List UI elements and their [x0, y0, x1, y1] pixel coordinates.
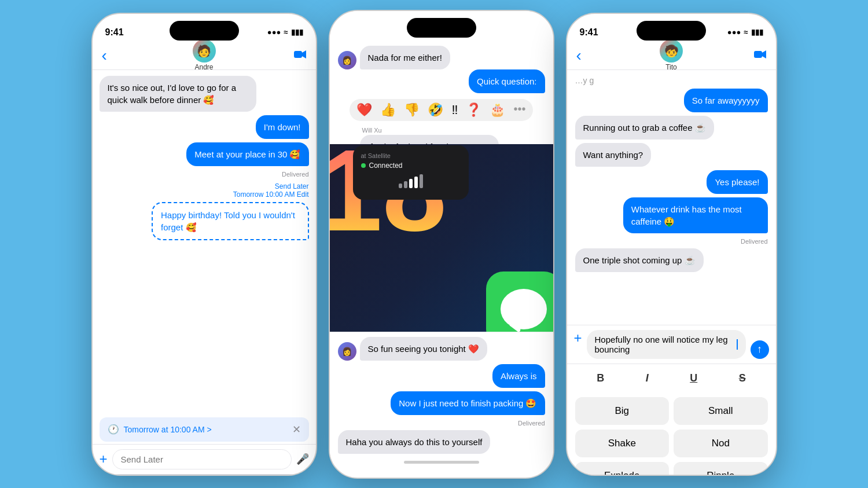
satellite-status: Connected: [361, 162, 461, 170]
right-phone: 9:41 ●●● ≈ ▮▮▮ ‹ 🧒 Tito …y g So far away…: [566, 13, 777, 476]
right-bubble-1: So far awayyyyyy: [684, 89, 768, 112]
reaction-bar-container: ❤️ 👍 👎 🤣 ‼️ ❓ 🎂 •••: [338, 97, 545, 123]
mic-icon-left[interactable]: 🎤: [296, 453, 309, 465]
right-bubble-3: Want anything?: [575, 143, 652, 167]
nav-center-left: 🧑 Andre: [193, 39, 216, 71]
bold-button[interactable]: B: [592, 370, 609, 387]
mid-bottom-bubble-4: Haha you always do this to yourself: [338, 430, 491, 454]
svg-rect-0: [294, 51, 302, 58]
signal-bar-5: [420, 174, 423, 188]
message-input-left[interactable]: [112, 449, 292, 469]
back-button-right[interactable]: ‹: [576, 46, 582, 65]
mid-avatar-1: 👩: [338, 51, 356, 69]
strikethrough-button[interactable]: S: [734, 370, 751, 387]
mid-sender-name: Will Xu: [362, 127, 545, 134]
video-button-right[interactable]: [754, 49, 767, 62]
svg-rect-2: [754, 51, 762, 58]
signal-icon-right: ●●●: [727, 28, 741, 36]
effect-explode[interactable]: Explode: [575, 462, 670, 476]
back-button-left[interactable]: ‹: [102, 46, 107, 65]
schedule-bar-info[interactable]: 🕐 Tomorrow at 10:00 AM >: [108, 424, 212, 435]
right-msg-5: Whatever drink has the most caffeine 🤑: [575, 197, 768, 233]
effect-grid: Big Small Shake Nod Explode Ripple Bloom…: [567, 392, 776, 476]
svg-marker-3: [762, 50, 766, 58]
contact-name-left: Andre: [194, 63, 213, 71]
send-button-right[interactable]: ↑: [751, 340, 769, 359]
reaction-laugh[interactable]: 🤣: [428, 102, 443, 118]
satellite-widget: at Satellite Connected: [353, 145, 469, 200]
messages-area-left: It's so nice out, I'd love to go for a q…: [93, 70, 316, 415]
satellite-connected-dot: [361, 163, 366, 168]
reaction-thumbsdown[interactable]: 👎: [404, 102, 420, 118]
schedule-time: Tomorrow at 10:00 AM >: [124, 425, 212, 434]
add-button-right[interactable]: +: [574, 330, 582, 346]
effect-nod[interactable]: Nod: [674, 430, 768, 457]
avatar-right[interactable]: 🧒: [660, 39, 683, 63]
delivered-label-right: Delivered: [575, 238, 768, 245]
reaction-thumbsup[interactable]: 👍: [380, 102, 396, 118]
mid-bottom-bubble-2: Always is: [492, 364, 545, 388]
msg-received-1: It's so nice out, I'd love to go for a q…: [100, 76, 257, 112]
mid-bubble-1: Nada for me either!: [360, 46, 450, 69]
nav-center-right: 🧒 Tito: [660, 39, 683, 71]
text-format-bar: B I U S: [567, 364, 776, 392]
reaction-question[interactable]: ❓: [466, 102, 481, 118]
signal-bar-2: [404, 181, 407, 188]
close-schedule-button[interactable]: ✕: [292, 423, 301, 436]
effect-big[interactable]: Big: [575, 397, 670, 425]
effect-shake[interactable]: Shake: [575, 430, 670, 457]
effect-ripple[interactable]: Ripple: [674, 462, 768, 476]
reaction-heart[interactable]: ❤️: [356, 102, 372, 118]
mid-bottom-msg-3: Now I just need to finish packing 🤩: [338, 391, 545, 415]
avatar-left[interactable]: 🧑: [193, 39, 216, 63]
home-indicator-mid: [404, 461, 479, 464]
effect-small[interactable]: Small: [674, 397, 768, 425]
right-bubble-6: One triple shot coming up ☕: [575, 248, 704, 272]
add-button-left[interactable]: +: [100, 451, 108, 467]
reaction-more[interactable]: •••: [513, 102, 525, 118]
keyboard-left: I The I'm ≥A Q W E R T Y U I O P A S D F…: [93, 474, 316, 476]
clock-icon: 🕐: [108, 424, 119, 435]
mid-msg-row-2: Quick question:: [338, 69, 545, 93]
underline-button[interactable]: U: [685, 370, 702, 387]
wifi-icon: ≈: [284, 28, 288, 36]
mid-bottom-bubble-3: Now I just need to finish packing 🤩: [391, 391, 545, 415]
mid-bottom-area: 👩 So fun seeing you tonight ❤️ Always is…: [330, 332, 553, 466]
msg-sent-1: I'm down!: [256, 115, 309, 139]
reaction-bar: ❤️ 👍 👎 🤣 ‼️ ❓ 🎂 •••: [350, 99, 532, 121]
edit-link[interactable]: Edit: [297, 190, 309, 199]
video-button-left[interactable]: [294, 49, 307, 62]
italic-button[interactable]: I: [641, 370, 653, 387]
signal-icon: ●●●: [267, 28, 281, 36]
reaction-cake[interactable]: 🎂: [490, 102, 505, 118]
status-icons-right: ●●● ≈ ▮▮▮: [727, 28, 763, 36]
schedule-bar: 🕐 Tomorrow at 10:00 AM > ✕: [100, 417, 309, 442]
signal-bar-1: [399, 184, 402, 188]
dynamic-island-left: [170, 21, 239, 41]
battery-icon: ▮▮▮: [291, 28, 303, 36]
reaction-double-exclaim[interactable]: ‼️: [451, 102, 458, 118]
mid-bottom-msg-1: 👩 So fun seeing you tonight ❤️: [338, 337, 545, 361]
status-icons-left: ●●● ≈ ▮▮▮: [267, 28, 303, 36]
status-time-left: 9:41: [105, 27, 124, 38]
right-input-bar: + Hopefully no one will notice my leg bo…: [567, 325, 776, 364]
message-input-right[interactable]: Hopefully no one will notice my leg boun…: [587, 330, 746, 359]
right-msg-1: So far awayyyyyy: [575, 89, 768, 112]
wifi-icon-right: ≈: [744, 28, 748, 36]
right-bubble-2: Running out to grab a coffee ☕: [575, 116, 714, 140]
delivered-label-mid: Delivered: [338, 420, 545, 427]
signal-bar-3: [409, 179, 413, 188]
mid-msg-row-1: 👩 Nada for me either!: [338, 46, 545, 69]
nav-bar-right: ‹ 🧒 Tito: [567, 43, 776, 70]
middle-phone: 👩 Nada for me either! Quick question: ❤️…: [329, 10, 554, 479]
satellite-title: at Satellite: [361, 152, 461, 159]
msg-sent-2: Meet at your place in 30 🥰: [186, 142, 308, 166]
messages-bubble-icon: [501, 289, 547, 329]
right-messages-area: …y g So far awayyyyyy Running out to gra…: [567, 70, 776, 325]
dynamic-island-right: [637, 21, 706, 41]
contact-name-right: Tito: [665, 63, 677, 71]
right-bubble-5: Whatever drink has the most caffeine 🤑: [623, 197, 768, 233]
svg-marker-1: [302, 50, 306, 58]
send-later-label: Send Later Tomorrow 10:00 AM Edit: [100, 182, 309, 199]
right-bubble-4: Yes please!: [707, 170, 767, 194]
